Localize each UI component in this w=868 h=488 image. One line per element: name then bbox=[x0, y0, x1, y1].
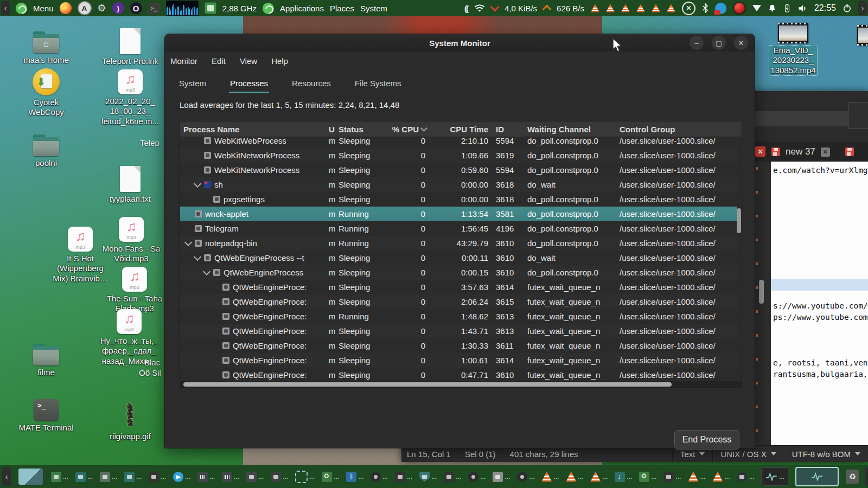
desktop-icon-2022-02-20-[interactable]: 2022_02_20_ 18_00_23_ leitud_k6ne.m... bbox=[98, 69, 163, 126]
bluetooth-icon[interactable] bbox=[702, 3, 709, 13]
vlc-cone-icon[interactable] bbox=[667, 4, 675, 12]
panel-edge-right-icon[interactable]: › bbox=[865, 467, 868, 486]
panel-edge-left-icon[interactable]: ‹ bbox=[1, 1, 10, 15]
process-row-qtwebengineprocess-t[interactable]: QtWebEngineProcess --tmSleeping00:00.113… bbox=[180, 251, 737, 265]
process-row-qtwebengineproce-[interactable]: QtWebEngineProce:mSleeping01:00.613614fu… bbox=[180, 353, 737, 368]
col-cpu[interactable]: % CPU bbox=[387, 125, 430, 134]
speaker-icon[interactable] bbox=[797, 4, 808, 13]
taskbar-item-17[interactable]: ... bbox=[468, 472, 486, 482]
process-row-qtwebengineproce-[interactable]: QtWebEngineProce:mSleeping00:47.713610fu… bbox=[180, 368, 737, 382]
desktop-icon-the-sun-taha[interactable]: The Sun - Taha Elada.mp3 bbox=[102, 267, 167, 314]
expander-chevron-icon[interactable] bbox=[194, 253, 201, 261]
deluge-purple-icon[interactable]: ) bbox=[112, 2, 124, 14]
taskbar-item-15[interactable]: ... bbox=[419, 472, 437, 482]
network-down-rate[interactable]: 4,0 KiB/s bbox=[505, 4, 537, 13]
net-down-arrow-icon[interactable] bbox=[490, 3, 500, 12]
col-cpu-time[interactable]: CPU Time bbox=[430, 125, 493, 134]
editor-text-area[interactable]: e.com/watch?v=urXlmgzcIrQs://www.youtube… bbox=[771, 162, 868, 446]
opera-icon[interactable]: O bbox=[130, 2, 142, 14]
vertical-scrollbar[interactable] bbox=[737, 208, 741, 233]
process-row-qtwebengineprocess[interactable]: QtWebEngineProcessmSleeping00:00.153610d… bbox=[180, 265, 737, 280]
mate-logo-icon[interactable] bbox=[263, 3, 274, 14]
taskbar-item-8[interactable]: ... bbox=[246, 472, 264, 482]
gears-icon[interactable]: ⚙ bbox=[98, 2, 106, 14]
taskbar-item-28[interactable]: ... bbox=[737, 472, 754, 482]
col-id[interactable]: ID bbox=[493, 125, 524, 134]
taskbar-item-26[interactable]: ... bbox=[688, 472, 705, 482]
process-row-qtwebengineproce-[interactable]: QtWebEngineProce:mSleeping02:06.243615fu… bbox=[180, 294, 737, 309]
taskbar-item-14[interactable]: ... bbox=[395, 472, 412, 482]
horizontal-scrollbar-track[interactable] bbox=[180, 381, 742, 387]
desktop-icon-maa-s-home[interactable]: ⌂maa's Home bbox=[14, 30, 79, 65]
search-a-icon[interactable]: A bbox=[78, 1, 92, 15]
taskbar-system-monitor-button-active[interactable] bbox=[795, 467, 839, 486]
desktop-icon-filme[interactable]: filme bbox=[14, 343, 79, 377]
desktop-icon-tyyplaan-txt[interactable]: tyyplaan.txt bbox=[98, 166, 163, 204]
taskbar-system-monitor-button[interactable]: ... bbox=[761, 467, 788, 486]
taskbar-item-4[interactable]: ... bbox=[149, 472, 166, 482]
minimize-button[interactable]: – bbox=[690, 36, 704, 50]
col-control-group[interactable]: Control Group bbox=[616, 125, 742, 134]
taskbar-item-10[interactable]: ... bbox=[295, 471, 315, 483]
tab-system[interactable]: System bbox=[178, 74, 207, 93]
menu-label[interactable]: Menu bbox=[33, 4, 54, 13]
cpu-frequency[interactable]: 2,88 GHz bbox=[222, 4, 257, 13]
process-row-notepadqq-bin[interactable]: notepadqq-binmRunning043:29.793610do_pol… bbox=[180, 236, 737, 251]
signal-arcs-icon[interactable]: (( bbox=[464, 4, 468, 13]
desktop-icon-mono-fans-sa[interactable]: Mono Fans - Sa Võid.mp3 bbox=[99, 217, 164, 264]
process-row-webkitnetworkprocess[interactable]: WebKitNetworkProcessmSleeping00:59.60559… bbox=[180, 163, 737, 177]
desktop-icon-teleport-pro-lnk[interactable]: Teleport Pro.lnk bbox=[98, 28, 163, 66]
expander-chevron-icon[interactable] bbox=[184, 239, 192, 246]
trash-icon[interactable]: ♻ bbox=[846, 470, 859, 484]
taskbar-item-9[interactable]: ... bbox=[271, 472, 288, 482]
battery-icon[interactable] bbox=[783, 3, 791, 14]
taskbar-item-22[interactable]: ... bbox=[590, 472, 608, 482]
process-row-wnck-applet[interactable]: wnck-appletmRunning01:13:543581do_poll.c… bbox=[180, 207, 737, 221]
process-row-pxgsettings[interactable]: pxgsettingsmSleeping00:00.003618do_poll.… bbox=[180, 192, 737, 207]
panel-edge-left-icon[interactable]: ‹ bbox=[2, 467, 11, 486]
taskbar-item-7[interactable]: ... bbox=[222, 472, 239, 482]
tab-resources[interactable]: Resources bbox=[291, 74, 332, 93]
encoding-dropdown[interactable]: UTF-8 w/o BOM bbox=[784, 446, 868, 462]
taskbar-item-3[interactable]: ... bbox=[124, 472, 142, 482]
panel-edge-right-icon[interactable]: › bbox=[858, 1, 867, 15]
taskbar-item-11[interactable]: ... bbox=[322, 472, 339, 482]
col-status[interactable]: Status bbox=[335, 125, 387, 134]
taskbar-item-13[interactable]: ... bbox=[371, 472, 388, 482]
tab-file-systems[interactable]: File Systems bbox=[354, 74, 403, 93]
col-process-name[interactable]: Process Name bbox=[180, 125, 326, 134]
col-user[interactable]: U bbox=[326, 125, 335, 134]
tab-processes[interactable]: Processes bbox=[229, 74, 269, 93]
indicator-red-icon[interactable] bbox=[733, 2, 746, 15]
desktop-icon-mate-terminal[interactable]: MATE Terminal bbox=[14, 399, 79, 433]
desktop-icon-riigivapp-gif[interactable]: riigivapp.gif bbox=[98, 399, 163, 441]
process-row-qtwebengineproce-[interactable]: QtWebEngineProce:mSleeping01:30.333611fu… bbox=[180, 338, 737, 353]
system-menu[interactable]: System bbox=[360, 4, 387, 13]
process-row-sh[interactable]: shmSleeping00:00.003618do_wait/user.slic… bbox=[180, 177, 737, 192]
terminal-mini-icon[interactable]: >_ bbox=[148, 3, 160, 14]
menu-monitor[interactable]: Monitor bbox=[170, 56, 197, 66]
taskbar-item-19[interactable]: ... bbox=[517, 472, 534, 482]
indicator-blue-icon[interactable] bbox=[715, 3, 726, 14]
desktop-icon-poolni[interactable]: poolni bbox=[14, 133, 79, 168]
applications-menu[interactable]: Applications bbox=[280, 4, 324, 13]
wifi-icon[interactable] bbox=[474, 4, 485, 12]
taskbar-item-12[interactable]: ... bbox=[346, 472, 363, 482]
taskbar-item-2[interactable]: ... bbox=[100, 472, 117, 482]
mate-menu-logo-icon[interactable] bbox=[16, 3, 27, 14]
menu-edit[interactable]: Edit bbox=[212, 56, 226, 66]
process-row-qtwebengineproce-[interactable]: QtWebEngineProce:mRunning01:48.623613fut… bbox=[180, 309, 737, 324]
process-row-webkitnetworkprocess[interactable]: WebKitNetworkProcessmSleeping01:09.66361… bbox=[180, 148, 737, 163]
keyboard-x-icon[interactable]: ✕ bbox=[682, 2, 695, 15]
taskbar-item-1[interactable]: ... bbox=[75, 472, 93, 482]
taskbar-item-24[interactable]: ... bbox=[639, 472, 656, 482]
process-row-telegram[interactable]: TelegrammRunning01:56:454196do_poll.cons… bbox=[180, 221, 737, 236]
tab-close-icon[interactable]: ✕ bbox=[821, 147, 830, 157]
editor-vertical-scrollbar[interactable] bbox=[759, 280, 764, 304]
taskbar-item-23[interactable]: ... bbox=[615, 472, 632, 482]
end-process-button[interactable]: End Process bbox=[674, 430, 739, 450]
window-selector-icon[interactable] bbox=[18, 468, 44, 485]
power-icon[interactable] bbox=[843, 3, 852, 13]
vlc-cone-icon[interactable] bbox=[606, 4, 615, 12]
taskbar-item-18[interactable]: ... bbox=[493, 472, 510, 482]
